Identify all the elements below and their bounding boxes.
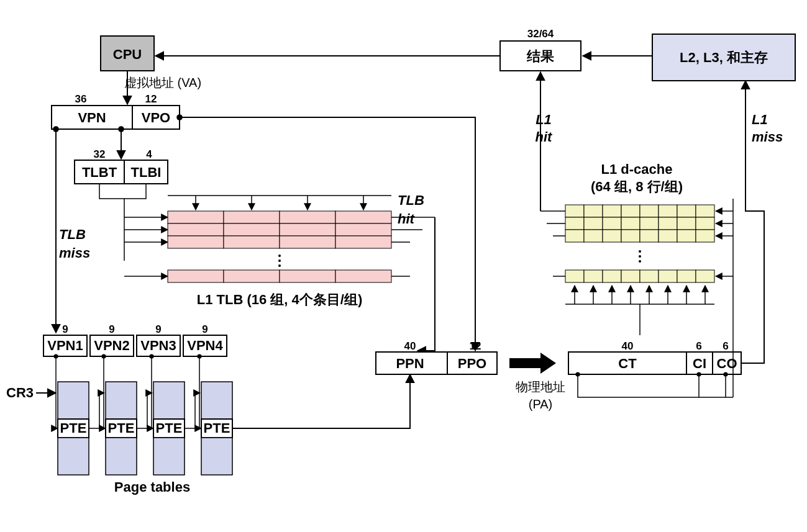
svg-rect-6 [168, 211, 224, 223]
svg-rect-7 [224, 211, 280, 223]
tlbi-out [124, 184, 146, 261]
ppo-bits: 12 [470, 340, 481, 352]
cr3-label: CR3 [6, 385, 34, 400]
ct-bits: 40 [622, 340, 634, 352]
tlb-hit-2: hit [398, 211, 416, 227]
l1-hit-1: L1 [536, 112, 552, 127]
tlb-hit-to-ppn [417, 217, 435, 351]
ci-text: CI [693, 356, 706, 371]
svg-rect-88 [565, 230, 584, 242]
tlbt-out [99, 184, 124, 199]
svg-rect-13 [335, 223, 391, 236]
svg-point-97 [639, 255, 641, 258]
svg-rect-104 [659, 270, 677, 282]
svg-rect-9 [335, 211, 391, 223]
tlbi-bits: 4 [146, 148, 152, 160]
svg-rect-100 [584, 270, 603, 282]
ci-bits: 6 [696, 340, 701, 352]
svg-point-96 [639, 250, 641, 253]
result-text: 结果 [526, 48, 555, 64]
svg-rect-16 [280, 236, 335, 248]
co-text: CO [717, 356, 737, 371]
svg-rect-43 [106, 382, 137, 419]
cache-bottom-arrows [565, 286, 714, 335]
svg-point-98 [639, 260, 641, 263]
svg-rect-90 [603, 230, 621, 242]
vpn-bits: 36 [75, 93, 87, 105]
svg-rect-78 [677, 205, 696, 217]
svg-rect-21 [168, 270, 224, 282]
svg-rect-84 [640, 217, 659, 230]
tlbt-bits: 32 [94, 148, 106, 160]
svg-rect-87 [696, 217, 714, 230]
svg-rect-8 [280, 211, 335, 223]
svg-rect-12 [280, 223, 335, 236]
svg-rect-46 [106, 438, 137, 475]
svg-rect-14 [168, 236, 224, 248]
l1d-title: L1 d-cache [601, 161, 673, 177]
svg-rect-83 [621, 217, 640, 230]
svg-text:VPN2: VPN2 [94, 338, 129, 353]
svg-point-18 [278, 255, 281, 257]
svg-rect-85 [659, 217, 677, 230]
tlb-miss-1: TLB [59, 227, 86, 242]
svg-rect-106 [696, 270, 714, 282]
svg-rect-91 [621, 230, 640, 242]
tlb-miss-2: miss [59, 245, 90, 261]
svg-rect-76 [640, 205, 659, 217]
svg-rect-105 [677, 270, 696, 282]
vpn-parts: 9 VPN1 9 VPN2 9 VPN3 9 VPN4 [43, 323, 227, 356]
svg-rect-52 [153, 438, 185, 475]
svg-text:PTE: PTE [108, 420, 135, 436]
ppn-text: PPN [396, 356, 424, 371]
svg-text:PTE: PTE [60, 420, 87, 436]
tlbt-text: TLBT [82, 165, 117, 180]
vpo-text: VPO [142, 110, 170, 125]
svg-text:PTE: PTE [204, 420, 230, 436]
vpn-text: VPN [78, 110, 106, 125]
l1-miss-2: miss [752, 129, 783, 145]
svg-text:VPN3: VPN3 [140, 338, 176, 353]
svg-rect-77 [659, 205, 677, 217]
vpo-bits: 12 [145, 93, 157, 105]
svg-rect-24 [335, 270, 391, 282]
svg-rect-17 [335, 236, 391, 248]
svg-rect-37 [58, 382, 89, 419]
tlb-caption: L1 TLB (16 组, 4个条目/组) [197, 292, 362, 307]
svg-rect-92 [640, 230, 659, 242]
pa-label-1: 物理地址 [516, 380, 565, 394]
cpu-label: CPU [113, 47, 142, 62]
svg-point-20 [278, 264, 281, 267]
svg-rect-15 [224, 236, 280, 248]
svg-rect-95 [696, 230, 714, 242]
result-bits: 32/64 [527, 28, 554, 40]
ppn-bits: 40 [404, 340, 416, 352]
svg-text:VPN4: VPN4 [187, 338, 223, 353]
svg-rect-73 [584, 205, 603, 217]
svg-text:PTE: PTE [156, 420, 183, 436]
svg-point-19 [278, 259, 281, 262]
svg-rect-74 [603, 205, 621, 217]
svg-rect-89 [584, 230, 603, 242]
tlb-grid [168, 196, 391, 282]
ct-bus [578, 374, 733, 397]
svg-text:9: 9 [62, 323, 68, 335]
cache-grid [565, 205, 714, 282]
svg-rect-58 [201, 438, 232, 475]
svg-rect-55 [201, 382, 232, 419]
page-tables: PTE PTE PTE PTE [56, 356, 232, 475]
l1-hit-2: hit [536, 129, 554, 145]
mem-text: L2, L3, 和主存 [680, 50, 768, 65]
l1-miss-1: L1 [752, 112, 768, 127]
va-label: 虚拟地址 (VA) [124, 76, 201, 89]
svg-rect-49 [153, 382, 185, 419]
svg-rect-11 [224, 223, 280, 236]
svg-rect-94 [677, 230, 696, 242]
tlb-hit-1: TLB [398, 192, 424, 208]
pa-label-2: (PA) [529, 397, 553, 411]
svg-rect-40 [58, 438, 89, 475]
svg-rect-101 [603, 270, 621, 282]
svg-rect-79 [696, 205, 714, 217]
co-bits: 6 [723, 340, 728, 352]
svg-rect-23 [280, 270, 335, 282]
